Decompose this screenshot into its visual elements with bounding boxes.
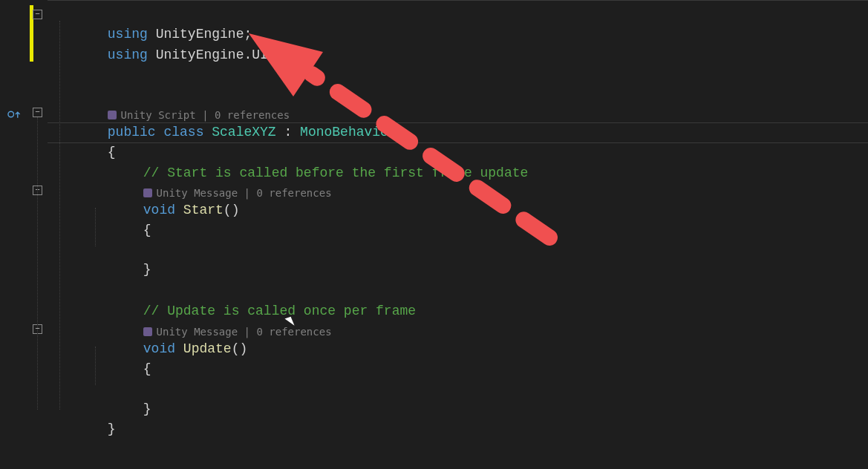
keyword-using: using — [108, 47, 148, 62]
code-line[interactable]: // Update is called once per frame — [59, 282, 416, 301]
code-line[interactable]: } — [59, 240, 151, 260]
code-line[interactable]: void Start() — [59, 181, 239, 200]
fold-gutter — [30, 0, 48, 469]
implements-icon[interactable] — [7, 108, 21, 120]
class-name: ScaleXYZ — [212, 125, 275, 140]
fold-toggle[interactable] — [33, 10, 42, 19]
code-line[interactable]: { — [59, 123, 116, 142]
parens: () — [223, 203, 240, 217]
brace: } — [143, 262, 151, 277]
code-line[interactable]: // Start is called before the first fram… — [59, 144, 528, 163]
colon: : — [276, 125, 300, 140]
margin-gutter — [0, 0, 30, 469]
semicolon: ; — [268, 47, 276, 62]
method-name: Start — [183, 203, 223, 217]
code-line[interactable]: void Update() — [59, 320, 247, 339]
keyword-public: public — [108, 125, 164, 140]
code-line[interactable]: } — [59, 380, 151, 399]
namespace: UnityEngine.UI — [148, 47, 268, 62]
brace: { — [143, 223, 151, 237]
fold-guide — [37, 117, 38, 410]
code-line[interactable]: using UnityEngine.UI; — [59, 26, 276, 45]
editor-top-border — [48, 0, 868, 1]
parens: () — [232, 341, 248, 356]
brace: } — [108, 422, 116, 436]
fold-toggle[interactable] — [33, 108, 42, 117]
code-line[interactable]: } — [59, 400, 116, 419]
code-line[interactable]: { — [59, 201, 151, 220]
current-line-top — [48, 122, 868, 123]
keyword-class: class — [163, 125, 212, 140]
current-line-bottom — [48, 142, 868, 143]
svg-point-0 — [8, 111, 14, 117]
code-line[interactable]: public class ScaleXYZ : MonoBehaviour — [59, 103, 405, 122]
brace: { — [143, 361, 151, 376]
base-class: MonoBehaviour — [300, 125, 404, 140]
code-area[interactable]: using UnityEngine; using UnityEngine.UI;… — [48, 0, 868, 469]
code-line[interactable]: using UnityEngine; — [59, 5, 252, 24]
code-editor[interactable]: using UnityEngine; using UnityEngine.UI;… — [0, 0, 868, 469]
brace: } — [143, 401, 151, 416]
code-line[interactable]: { — [59, 340, 151, 359]
method-name: Update — [183, 341, 232, 356]
